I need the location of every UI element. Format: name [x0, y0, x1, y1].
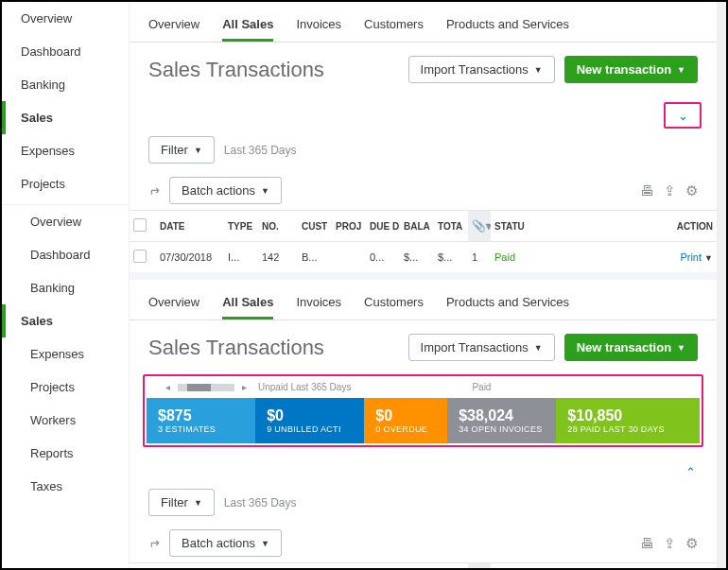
caret-down-icon: ▼	[534, 65, 543, 75]
sidebar-item-workers[interactable]: Workers	[2, 404, 129, 437]
col-header[interactable]: TOTA	[434, 211, 468, 242]
money-segment[interactable]: $8753 ESTIMATES	[147, 398, 255, 443]
cell: 142	[258, 242, 292, 273]
sidebar-item-taxes[interactable]: Taxes	[2, 470, 129, 503]
new-transaction-button[interactable]: New transaction ▼	[564, 56, 698, 83]
sidebar-item-dashboard[interactable]: Dashboard	[2, 35, 129, 68]
batch-actions-button[interactable]: Batch actions ▼	[169, 529, 282, 557]
collapse-chevron-icon[interactable]: ⌃	[679, 462, 702, 481]
col-header[interactable]: NO.	[258, 211, 292, 242]
col-header[interactable]: BALA	[400, 211, 434, 242]
cell: I...	[224, 242, 258, 273]
col-header[interactable]: PROJ	[332, 563, 366, 569]
sidebar-item-expenses[interactable]: Expenses	[2, 337, 129, 371]
money-label: 0 OVERDUE	[375, 424, 436, 434]
tab-customers[interactable]: Customers	[364, 11, 424, 42]
nav-left-icon[interactable]: ◂	[165, 382, 170, 392]
col-header[interactable]: DUE D	[366, 563, 400, 569]
print-link[interactable]: Print	[680, 251, 702, 263]
scrub-slider[interactable]	[178, 384, 234, 391]
sidebar-item-overview[interactable]: Overview	[2, 205, 129, 238]
tab-overview[interactable]: Overview	[148, 289, 199, 320]
sidebar-item-banking[interactable]: Banking	[2, 271, 129, 304]
sidebar-item-sales[interactable]: Sales	[2, 101, 129, 134]
tab-all-sales[interactable]: All Sales	[222, 11, 273, 42]
transactions-table: DATETYPENO.CUSTPROJDUE DBALATOTA📎▾STATUA…	[130, 562, 717, 568]
col-header[interactable]: ACTION	[532, 563, 717, 569]
sidebar-item-expenses[interactable]: Expenses	[2, 134, 129, 167]
sidebar-item-banking[interactable]: Banking	[2, 68, 129, 101]
tab-customers[interactable]: Customers	[364, 289, 424, 320]
export-icon[interactable]: ⇪	[664, 182, 676, 199]
col-header[interactable]: ACTION	[532, 211, 717, 242]
nav-right-icon[interactable]: ▸	[242, 382, 247, 392]
expand-highlight: ⌄	[664, 102, 702, 129]
filter-button[interactable]: Filter ▼	[148, 489, 215, 516]
money-bar: $8753 ESTIMATES$09 UNBILLED ACTI$00 OVER…	[147, 398, 700, 443]
settings-gear-icon[interactable]: ⚙	[685, 182, 698, 199]
col-header[interactable]: BALA	[400, 563, 434, 569]
col-header[interactable]: CUST	[298, 211, 332, 242]
col-header[interactable]: CUST	[298, 563, 332, 569]
select-all-checkbox[interactable]	[133, 218, 147, 232]
col-header[interactable]: TYPE	[224, 211, 258, 242]
settings-gear-icon[interactable]: ⚙	[685, 535, 698, 552]
print-icon[interactable]: 🖶	[640, 535, 654, 552]
filter-hint: Last 365 Days	[224, 144, 297, 157]
money-segment[interactable]: $09 UNBILLED ACTI	[255, 398, 364, 443]
money-segment[interactable]: $38,02434 OPEN INVOICES	[447, 398, 556, 443]
caret-down-icon: ▼	[677, 65, 685, 75]
cell: B...	[298, 242, 332, 273]
col-header[interactable]: DATE	[156, 563, 224, 569]
money-amount: $38,024	[459, 407, 545, 424]
unpaid-label: Unpaid Last 365 Days	[258, 382, 351, 392]
col-header[interactable]: 📎▾	[468, 211, 491, 242]
batch-actions-button[interactable]: Batch actions ▼	[169, 177, 282, 204]
col-header[interactable]: TOTA	[434, 563, 468, 569]
money-label: 9 UNBILLED ACTI	[267, 424, 353, 434]
money-segment[interactable]: $00 OVERDUE	[364, 398, 447, 443]
col-header[interactable]: STATU	[491, 563, 532, 569]
tab-products-and-services[interactable]: Products and Services	[446, 289, 569, 320]
sidebar-item-overview[interactable]: Overview	[2, 2, 129, 35]
col-header[interactable]: TYPE	[224, 563, 258, 569]
cell: Print ▼	[532, 242, 717, 273]
export-icon[interactable]: ⇪	[664, 535, 676, 552]
row-checkbox[interactable]	[133, 250, 147, 263]
money-amount: $875	[158, 407, 244, 424]
col-header[interactable]: STATU	[491, 211, 532, 242]
sidebar-item-dashboard[interactable]: Dashboard	[2, 238, 129, 271]
tab-invoices[interactable]: Invoices	[296, 11, 341, 42]
tab-products-and-services[interactable]: Products and Services	[446, 11, 569, 42]
col-header[interactable]: DUE D	[366, 211, 400, 242]
money-amount: $0	[267, 407, 353, 424]
scrollbar[interactable]	[717, 2, 726, 568]
cell	[130, 242, 156, 273]
cell: Paid	[491, 242, 532, 273]
tab-overview[interactable]: Overview	[148, 11, 199, 42]
money-amount: $10,850	[567, 407, 688, 424]
expand-chevron-icon[interactable]: ⌄	[671, 106, 694, 125]
tab-all-sales[interactable]: All Sales	[222, 289, 273, 320]
import-transactions-button[interactable]: Import Transactions ▼	[408, 56, 555, 83]
money-segment[interactable]: $10,85028 PAID LAST 30 DAYS	[556, 398, 700, 443]
sidebar-item-projects[interactable]: Projects	[2, 167, 129, 200]
print-icon[interactable]: 🖶	[640, 182, 654, 199]
col-header[interactable]: PROJ	[332, 211, 366, 242]
sidebar-item-reports[interactable]: Reports	[2, 437, 129, 470]
sidebar-item-projects[interactable]: Projects	[2, 371, 129, 404]
col-header[interactable]: DATE	[156, 211, 224, 242]
main-content: OverviewAll SalesInvoicesCustomersProduc…	[130, 2, 717, 568]
cell: 07/30/2018	[156, 242, 224, 273]
col-header[interactable]: 📎▾	[468, 563, 491, 569]
transactions-table: DATETYPENO.CUSTPROJDUE DBALATOTA📎▾STATUA…	[130, 210, 717, 272]
cell	[332, 242, 366, 273]
col-header[interactable]: NO.	[258, 563, 292, 569]
cell: 0...	[366, 242, 400, 273]
tabs-bottom: OverviewAll SalesInvoicesCustomersProduc…	[130, 280, 717, 320]
filter-button[interactable]: Filter ▼	[148, 136, 215, 164]
import-transactions-button[interactable]: Import Transactions ▼	[408, 334, 555, 361]
tab-invoices[interactable]: Invoices	[296, 289, 341, 320]
new-transaction-button[interactable]: New transaction ▼	[564, 334, 698, 361]
sidebar-item-sales[interactable]: Sales	[2, 304, 129, 337]
